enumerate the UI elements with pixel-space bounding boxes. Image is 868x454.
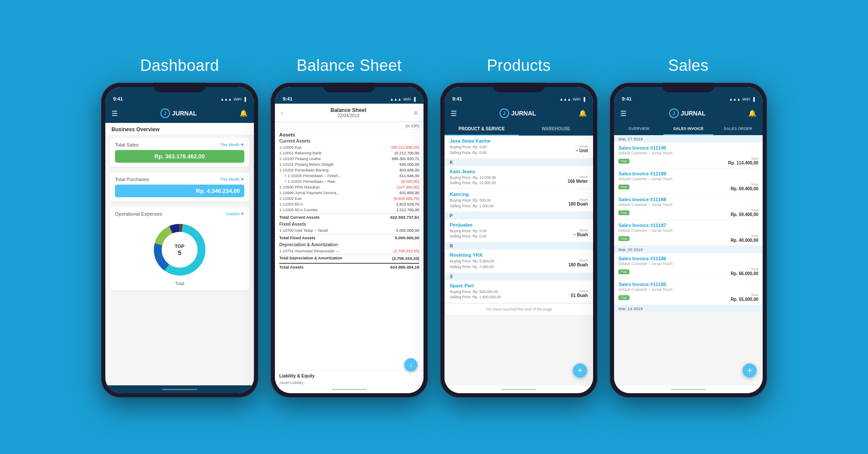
battery-icon-2: ▐ [413,97,416,101]
prod-row-resleting: Buying Price: Rp. 5.000,00Selling Price:… [450,258,588,270]
sales-filter[interactable]: This Month ▼ [220,143,244,147]
sales-fab[interactable]: + [743,363,757,377]
home-bar-4 [671,389,706,390]
total-dep-row: Total Depreciation & Amortization (2.708… [279,255,419,262]
total-purchases-amount: Rp. 4.346.234,00 [115,185,244,197]
bs-title-block: Balance Sheet 22/04/2019 [330,107,366,118]
invoice-bottom-11188: Paid Total Rp. 59.400,00 [618,208,758,217]
bs-row-6: └ 1-10201 Persediaan – Raw (8.000,00) [279,178,419,184]
total-current-assets-row: Total Current Assets 622.593.737,51 [279,213,419,220]
balance-sheet-screen: 9:41 ▲▲▲ WiFi ▐ ‹ Balance Sheet 22/04/20… [275,87,424,393]
bs-date: 22/04/2019 [330,113,366,118]
invoice-amount-block-11187: Total Rp. 40.000,00 [731,234,758,243]
total-label-11188: Total [731,208,758,212]
hamburger-icon[interactable]: ☰ [111,109,118,118]
bell-icon[interactable]: 🔔 [240,109,248,117]
prod-letter-s: S [444,273,593,280]
battery-icon-3: ▐ [583,97,585,101]
fixed-row-0: 1-10700 Aset Tetap – Tanah 5.000.000,00 [279,227,419,233]
hamburger-icon-3[interactable]: ☰ [451,109,457,118]
prod-stock-kain: Stock 166 Meter [568,175,588,184]
hamburger-icon-4[interactable]: ☰ [620,109,626,118]
status-time-3: 9:41 [452,96,462,101]
dashboard-title: Dashboard [140,56,219,75]
fixed-assets-title: Fixed Assets [279,222,419,227]
prod-row-spare: Buying Price: Rp. 500.000,00Selling Pric… [450,289,588,300]
total-label-11185: Total [731,293,758,297]
prod-item-jasa[interactable]: Jasa Sewa Kantor Buying Price: Rp. 0,00S… [444,136,593,159]
business-overview-title: Business Overview [105,123,254,135]
op-filter[interactable]: Custom ▼ [226,212,244,216]
prod-row-kancing: Buying Price: Rp. 500,00Selling Price: R… [450,198,588,209]
donut-num: 5 [175,249,184,256]
dashboard-section: Dashboard 9:41 ▲▲▲ WiFi ▐ ☰ J JURNAL [101,56,258,398]
sales-item-11187[interactable]: Sales Invoice #11187 Default Customer – … [614,220,763,246]
prod-item-kain[interactable]: Kain Jeans Buying Price: Rp. 10.000,00Se… [444,166,593,189]
current-assets-title: Current Assets [279,139,419,143]
amount-11186: Rp. 66.000,00 [731,271,758,276]
bs-row-9: 1-11002 Kas (8.608.668,70) [279,196,419,201]
invoice-amount-block-11186: Total Rp. 66.000,00 [731,267,758,276]
products-fab[interactable]: + [573,363,587,377]
invoice-customer-11186: Default Customer – Jurnal Touch [618,262,758,266]
donut-top: TOP [175,244,184,249]
products-phone: 9:41 ▲▲▲ WiFi ▐ ☰ J JURNAL 🔔 [440,83,597,398]
sales-item-11188[interactable]: Sales Invoice #11188 Default Customer – … [614,194,763,220]
prod-item-spare[interactable]: Spare Part Buying Price: Rp. 500.000,00S… [444,280,593,304]
products-section: Products 9:41 ▲▲▲ WiFi ▐ ☰ J JURNAL [440,56,597,398]
invoice-amount-block-11188: Total Rp. 59.400,00 [731,208,758,217]
phone-notch-3 [493,83,545,92]
assets-section: Assets Current Assets 1-10000 Kas (80.21… [279,132,419,270]
donut-chart: TOP 5 [115,219,244,280]
prod-prices-spare: Buying Price: Rp. 500.000,00Selling Pric… [450,289,501,300]
prod-item-resleting[interactable]: Resleting YKK Buying Price: Rp. 5.000,00… [444,250,593,273]
total-label-11186: Total [731,267,758,271]
tab-overview[interactable]: OVERVIEW [614,123,663,135]
bs-val-4: 603.646,00 [384,168,419,172]
total-dep-value: (2.708.333,33) [392,256,419,261]
bs-row-4: 1-10202 Persediaan Barang 603.646,00 [279,167,419,173]
paid-badge-11186: Paid [618,269,629,274]
phone-notch-1 [153,83,206,92]
invoice-bottom-11189: Paid Total Rp. 59.400,00 [618,182,758,191]
product-tabs: PRODUCT & SERVICE WAREHOUSE [444,123,593,136]
status-icons-2: ▲▲▲ WiFi ▐ [390,97,416,101]
prod-item-kancing[interactable]: Kancing Buying Price: Rp. 500,00Selling … [444,189,593,212]
logo-text-4: JURNAL [681,110,706,117]
home-indicator-4 [614,385,763,393]
bell-icon-3[interactable]: 🔔 [579,109,587,117]
invoice-name-11188: Sales Invoice #11188 [618,197,758,202]
tab-sales-order[interactable]: SALES ORDER [713,123,763,135]
bs-val-9: (8.608.668,70) [384,196,419,201]
paid-badge-11190: Paid [618,159,629,164]
total-fixed-label: Total Fixed Assets [279,235,316,240]
prod-item-penjualan[interactable]: Penjualan Buying Price: Rp. 0,00Selling … [444,220,593,243]
sales-item-11186[interactable]: Sales Invoice #11186 Default Customer – … [614,253,763,279]
balance-sheet-section: Balance Sheet 9:41 ▲▲▲ WiFi ▐ ‹ Balance … [271,56,428,398]
tab-sales-invoice[interactable]: SALES INVOICE [663,123,713,135]
invoice-name-11189: Sales Invoice #11189 [618,171,758,176]
fixed-val-0: 5.000.000,00 [384,228,419,233]
battery-icon: ▐ [243,97,246,101]
bs-row-0: 1-10000 Kas (80.212.848,20) [279,144,419,150]
sales-row: Total Sales This Month ▼ [115,142,244,147]
purchases-filter[interactable]: This Month ▼ [220,177,244,182]
dashboard-screen: 9:41 ▲▲▲ WiFi ▐ ☰ J JURNAL 🔔 [105,87,254,393]
signal-icon-3: ▲▲▲ [559,97,571,101]
invoice-bottom-11186: Paid Total Rp. 66.000,00 [618,267,758,276]
sales-item-11185[interactable]: Sales Invoice #11185 Default Customer – … [614,279,763,305]
tab-product-service[interactable]: PRODUCT & SERVICE [444,123,519,136]
tab-warehouse[interactable]: WAREHOUSE [519,123,593,136]
paid-badge-11185: Paid [618,295,629,300]
home-bar-3 [501,389,536,390]
sales-item-11189[interactable]: Sales Invoice #11189 Default Customer – … [614,168,763,194]
bs-fab-button[interactable]: ↓ [404,358,417,371]
logo-text-3: JURNAL [511,110,536,117]
back-icon[interactable]: ‹ [281,109,283,116]
donut-center: TOP 5 [175,244,184,256]
filter-icon[interactable]: ≡ [414,109,417,116]
signal-icon-4: ▲▲▲ [729,97,741,101]
sales-item-11190[interactable]: Sales Invoice #11190 Default Customer – … [614,143,763,168]
sales-title: Sales [668,56,709,75]
bell-icon-4[interactable]: 🔔 [748,109,757,117]
